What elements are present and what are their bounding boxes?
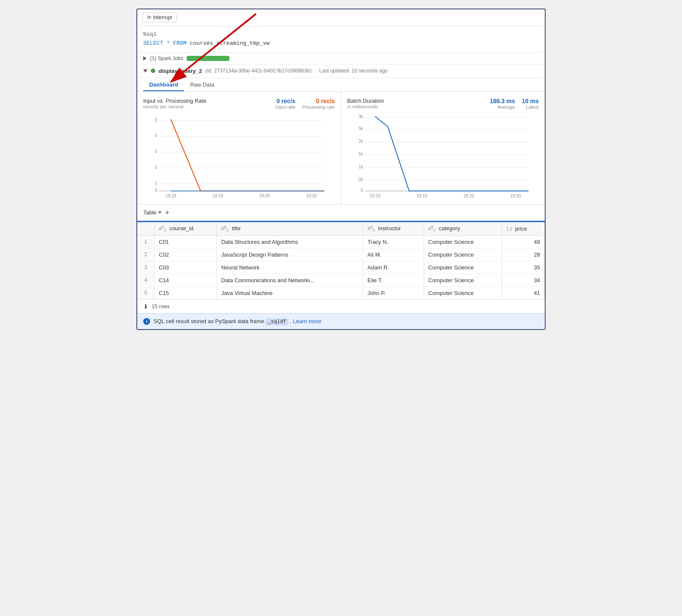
interrupt-button[interactable]: ⟳ Interrupt	[142, 13, 177, 22]
cell-title-5: Java Virtual Machine	[217, 286, 363, 299]
col-course-id[interactable]: ABC course_id	[154, 222, 217, 236]
cell-category-1: Computer Science	[424, 235, 502, 248]
cell-course-id-5: C15	[154, 286, 217, 299]
code-magic-line: %sql	[143, 30, 539, 39]
info-message: SQL cell result stored as PySpark data f…	[153, 318, 321, 325]
spark-jobs-triangle	[143, 56, 147, 61]
info-message-text: SQL cell result stored as PySpark data f…	[153, 318, 264, 324]
chart1-header: Input vs. Processing Rate records per se…	[143, 98, 335, 110]
svg-text:19:19: 19:19	[165, 194, 176, 198]
table-header-row: ABC course_id ABC title ABC instructor A…	[137, 222, 545, 236]
cell-course-id-4: C14	[154, 274, 217, 286]
query-id: (id: 2737134a-30be-442c-b402-fb17c0908b3…	[205, 68, 312, 74]
cell-course-id-1: C01	[154, 235, 217, 248]
interrupt-icon: ⟳	[147, 14, 151, 20]
tab-raw-data-label: Raw Data	[190, 81, 214, 88]
cell-category-3: Computer Science	[424, 261, 502, 274]
svg-text:0: 0	[155, 188, 157, 193]
tab-raw-data[interactable]: Raw Data	[184, 78, 220, 91]
col-category[interactable]: ABC category	[424, 222, 502, 236]
chart1-title: Input vs. Processing Rate	[143, 98, 206, 104]
cell-category-2: Computer Science	[424, 248, 502, 261]
info-bar: i SQL cell result stored as PySpark data…	[137, 313, 545, 329]
svg-text:19:19: 19:19	[370, 194, 380, 198]
chart2-average: 186.3 ms Average	[490, 98, 515, 110]
code-select: SELECT	[143, 40, 163, 46]
chart2-stats: 186.3 ms Average 10 ms Latest	[490, 98, 539, 110]
spark-progress-bar	[187, 56, 229, 61]
cell-title-3: Neural Network	[217, 261, 363, 274]
chart1-processing-value: 0 rec/s	[316, 98, 335, 104]
cell-instructor-2: Ali M.	[363, 248, 424, 261]
chart1-title-group: Input vs. Processing Rate records per se…	[143, 98, 206, 109]
svg-text:3k: 3k	[358, 114, 364, 119]
cell-price-3: 35	[502, 261, 545, 274]
table-label: Table	[143, 209, 156, 216]
svg-text:19:20: 19:20	[463, 194, 474, 198]
chart-input-processing: Input vs. Processing Rate records per se…	[137, 92, 341, 204]
chart1-input-rate: 0 rec/s Input rate	[276, 98, 295, 110]
download-icon[interactable]: ⬇	[143, 303, 148, 310]
chart2-average-label: Average	[498, 104, 515, 110]
cell-course-id-3: C03	[154, 261, 217, 274]
chart1-svg: 5 4 3 2 1 0	[143, 113, 335, 198]
cell-instructor-3: Adam R.	[363, 261, 424, 274]
cell-toolbar: ⟳ Interrupt	[137, 9, 545, 26]
spark-jobs-bar: (1) Spark Jobs	[137, 53, 545, 64]
cell-instructor-1: Tracy N.	[363, 235, 424, 248]
table-section: Table + ABC course_id ABC title	[137, 205, 545, 313]
code-area: %sql SELECT * FROM courses_streaming_tmp…	[137, 26, 545, 53]
chart2-latest: 10 ms Latest	[522, 98, 539, 110]
row-num-2: 2	[137, 248, 154, 261]
svg-text:0: 0	[361, 188, 363, 193]
svg-text:3: 3	[155, 149, 157, 154]
table-row: 1 C01 Data Structures and Algorithms Tra…	[137, 235, 545, 248]
info-code-var: _sqldf	[266, 318, 288, 325]
code-star: *	[167, 40, 170, 46]
chart1-subtitle: records per second	[143, 104, 206, 109]
chart-batch-duration: Batch Duration in milliseconds 186.3 ms …	[341, 92, 545, 204]
tab-dashboard[interactable]: Dashboard	[143, 78, 184, 91]
spark-jobs-label: (1) Spark Jobs	[150, 55, 183, 61]
col-price[interactable]: 1.2 price	[502, 222, 545, 236]
cell-category-5: Computer Science	[424, 286, 502, 299]
tab-dashboard-label: Dashboard	[149, 81, 178, 88]
chart1-processing-label: Processing rate	[302, 104, 335, 110]
table-view-button[interactable]: Table	[143, 209, 162, 216]
svg-text:1: 1	[155, 181, 157, 185]
chart2-latest-label: Latest	[526, 104, 539, 110]
query-header: display_query_2 (id: 2737134a-30be-442c-…	[137, 64, 545, 78]
add-icon: +	[165, 208, 170, 217]
info-icon: i	[143, 318, 150, 325]
chart1-processing-rate: 0 rec/s Processing rate	[302, 98, 335, 110]
chart2-title-group: Batch Duration in milliseconds	[347, 98, 384, 109]
svg-text:19:19: 19:19	[212, 194, 223, 198]
row-num-1: 1	[137, 235, 154, 248]
chart2-svg: 3k 5k 2k 5k 1k 00 0	[347, 113, 539, 198]
svg-text:19:20: 19:20	[259, 194, 270, 198]
chart2-title: Batch Duration	[347, 98, 384, 104]
svg-text:4: 4	[155, 133, 157, 138]
chart1-input-label: Input rate	[276, 104, 295, 110]
table-body: 1 C01 Data Structures and Algorithms Tra…	[137, 235, 545, 299]
collapse-arrow-icon[interactable]	[143, 69, 147, 72]
status-dot-icon	[151, 69, 155, 73]
dashboard-tabs: Dashboard Raw Data	[137, 78, 545, 92]
learn-more-link[interactable]: Learn more	[293, 318, 321, 324]
cell-price-4: 34	[502, 274, 545, 286]
chevron-down-icon	[158, 211, 162, 214]
cell-category-4: Computer Science	[424, 274, 502, 286]
row-num-5: 5	[137, 286, 154, 299]
col-title[interactable]: ABC title	[217, 222, 363, 236]
chart1-input-value: 0 rec/s	[277, 98, 295, 104]
table-row: 4 C14 Data Communications and Networki..…	[137, 274, 545, 286]
cell-title-2: JavaScript Design Patterns	[217, 248, 363, 261]
cell-title-4: Data Communications and Networki...	[217, 274, 363, 286]
table-row: 3 C03 Neural Network Adam R. Computer Sc…	[137, 261, 545, 274]
svg-text:5k: 5k	[358, 152, 364, 156]
query-name: display_query_2	[159, 68, 202, 74]
col-instructor[interactable]: ABC instructor	[363, 222, 424, 236]
cell-course-id-2: C02	[154, 248, 217, 261]
add-view-button[interactable]: +	[165, 209, 170, 217]
svg-text:5: 5	[155, 118, 157, 122]
